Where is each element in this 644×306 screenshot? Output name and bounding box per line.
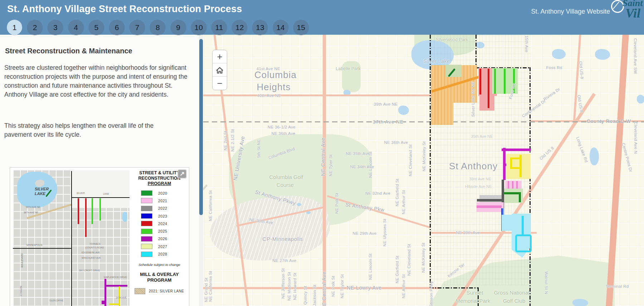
map-label: NE 35th Ave bbox=[346, 151, 370, 156]
overlay-2025-segment bbox=[504, 69, 506, 94]
pond bbox=[398, 106, 409, 115]
map-label: Stinson Pkwy bbox=[429, 281, 433, 306]
mini-pond bbox=[122, 212, 127, 222]
step-button-4[interactable]: 4 bbox=[68, 20, 84, 35]
map-label: NE Ulysses St bbox=[382, 219, 387, 246]
step-button-15[interactable]: 15 bbox=[293, 20, 309, 35]
map-label: NE Lincoln St bbox=[368, 151, 372, 178]
map-label: NE Cleveland St bbox=[407, 244, 411, 276]
map-label: NE Lincoln St bbox=[368, 253, 372, 280]
step-button-1[interactable]: 1 bbox=[7, 20, 22, 35]
map-label: NE Polk St bbox=[335, 193, 339, 214]
legend: STREET & UTILITY RECONSTRUCTION PROGRAM … bbox=[132, 170, 187, 294]
legend-swatch-2027 bbox=[141, 244, 152, 249]
step-button-5[interactable]: 5 bbox=[89, 20, 104, 35]
sidebar-paragraph-2: This strategy also helps lengthen the ov… bbox=[4, 121, 169, 139]
legend-year-label: 2021 bbox=[158, 199, 167, 203]
map-label: Gross National bbox=[494, 290, 529, 296]
overlay-2028-segment bbox=[515, 234, 532, 252]
map-label: Golf Club bbox=[503, 298, 526, 304]
map-label: 39th Ave NE bbox=[374, 102, 397, 106]
overlay-2026-segment bbox=[503, 148, 506, 180]
mini-boundary bbox=[13, 248, 71, 249]
mini-map-label: SILVER bbox=[77, 192, 85, 194]
map-label: St Anthony bbox=[449, 161, 498, 172]
legend-swatch-2021 bbox=[141, 198, 152, 203]
legend-swatch-2028 bbox=[141, 252, 152, 257]
map-label: Silver Lake Rd NE bbox=[471, 81, 475, 117]
labelle-park-area bbox=[342, 61, 361, 92]
home-button[interactable] bbox=[213, 63, 227, 77]
mini-boundary bbox=[71, 197, 130, 198]
map-canvas[interactable]: Silverwood ParkSilver LakeLabelle Park41… bbox=[203, 35, 644, 306]
legend-swatch-2026 bbox=[141, 236, 152, 242]
step-button-6[interactable]: 6 bbox=[109, 20, 125, 35]
logo-spoke-icon bbox=[613, 1, 619, 9]
legend-swatch-2023 bbox=[141, 213, 152, 219]
mini-map-label: LANE bbox=[103, 193, 109, 195]
map-label: NE Arthur St bbox=[401, 274, 406, 298]
step-button-13[interactable]: 13 bbox=[252, 20, 268, 35]
step-button-7[interactable]: 7 bbox=[130, 20, 145, 35]
legend-swatch-2025 bbox=[141, 229, 152, 234]
map-label: NE McKinley St bbox=[421, 243, 425, 273]
county-boundary-line bbox=[203, 121, 644, 122]
map-label: NE 2nd St bbox=[223, 131, 228, 150]
map-label: Columbia Golf bbox=[269, 174, 303, 180]
map-label: 37th Ave NE bbox=[373, 119, 404, 125]
map-label: 35th Ave NE bbox=[471, 134, 493, 139]
mill-label: 2021: SILVER LANE bbox=[149, 289, 184, 293]
city-boundary bbox=[475, 35, 477, 68]
mini-segment-2024 bbox=[78, 198, 79, 224]
header: St. Anthony Village Street Reconstructio… bbox=[0, 0, 644, 35]
mini-map-label: WINCHURST AVE bbox=[82, 257, 101, 259]
legend-year-label: 2022 bbox=[158, 206, 167, 210]
mill-swatch bbox=[135, 288, 145, 294]
map-label: Jackson St bbox=[312, 285, 317, 306]
zoom-in-button[interactable]: + bbox=[213, 50, 227, 63]
step-button-9[interactable]: 9 bbox=[171, 20, 186, 35]
expand-icon[interactable]: ↗ bbox=[177, 169, 187, 179]
legend-row-2026: 2026 bbox=[132, 235, 187, 243]
step-button-14[interactable]: 14 bbox=[273, 20, 288, 35]
mini-map-label: EDGEMERE AVE bbox=[82, 251, 100, 254]
step-button-10[interactable]: 10 bbox=[191, 20, 206, 35]
overlay-2026-segment bbox=[502, 149, 531, 151]
map-label: Terminal Rd bbox=[606, 284, 629, 288]
step-button-12[interactable]: 12 bbox=[232, 20, 247, 35]
map-label: County Road D W bbox=[587, 118, 631, 124]
step-button-3[interactable]: 3 bbox=[48, 20, 63, 35]
map-label: NE Central Ave bbox=[321, 271, 327, 306]
sidebar-heading: Street Reconstruction & Maintenance bbox=[5, 47, 132, 55]
road-40th-ave bbox=[203, 94, 432, 96]
map-label: CP-Minneapolis bbox=[263, 236, 303, 242]
map-label: Cleveland Ave SW bbox=[633, 38, 638, 74]
legend-year-label: 2026 bbox=[158, 237, 167, 241]
map-label: NE 36-1/2 Ave bbox=[268, 125, 296, 129]
map-label: NE Polk St bbox=[331, 276, 335, 297]
sidebar: Street Reconstruction & Maintenance Stre… bbox=[0, 35, 203, 306]
city-boundary bbox=[530, 67, 531, 306]
legend-row-2027: 2027 bbox=[132, 243, 187, 250]
long-lake-water bbox=[590, 147, 599, 165]
zoom-out-button[interactable]: − bbox=[213, 77, 227, 90]
step-button-8[interactable]: 8 bbox=[150, 20, 165, 35]
program-map-figure[interactable]: SILVER LAKE SILVERLANE39TH AV bbox=[10, 167, 189, 306]
map-label: NE Garfield St bbox=[395, 179, 399, 207]
step-button-11[interactable]: 11 bbox=[211, 20, 227, 35]
map-label: Walnut St N bbox=[544, 271, 548, 294]
sidebar-scrollbar[interactable] bbox=[199, 35, 203, 306]
map-label: NE Cleveland St bbox=[408, 145, 413, 176]
map-label: NE 27th Ave bbox=[272, 258, 296, 263]
step-button-2[interactable]: 2 bbox=[27, 20, 43, 35]
map-label: NE Garfield St bbox=[395, 256, 399, 283]
map-label: NE 36th Ave bbox=[384, 140, 408, 145]
map-label: Quincy St bbox=[303, 286, 307, 305]
mini-segment-2024 bbox=[85, 198, 87, 237]
overlay-silver-lane-area bbox=[431, 96, 453, 125]
map-label: NE 29th Ave bbox=[352, 231, 376, 235]
map-label: 40th Ave NE bbox=[257, 93, 281, 98]
map-label: NE 36th Ave bbox=[271, 131, 295, 136]
scrollbar-thumb[interactable] bbox=[199, 39, 203, 215]
website-link[interactable]: St. Anthony Village Website bbox=[531, 8, 610, 15]
